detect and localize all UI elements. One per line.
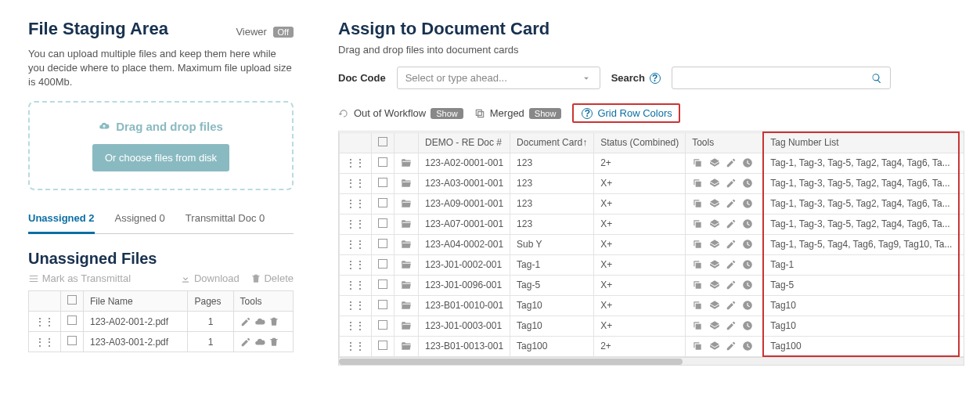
open-folder[interactable] xyxy=(395,153,419,173)
show-toggle-merged[interactable]: Show xyxy=(529,108,562,119)
show-toggle-workflow[interactable]: Show xyxy=(431,108,463,119)
copy-icon[interactable] xyxy=(692,198,703,209)
row-checkbox[interactable] xyxy=(67,336,77,345)
tab-transmittal[interactable]: Transmittal Doc 0 xyxy=(186,207,265,233)
row-checkbox[interactable] xyxy=(378,178,387,187)
tab-unassigned[interactable]: Unassigned 2 xyxy=(28,207,95,234)
cell-doccard[interactable]: 123 xyxy=(510,173,594,193)
cell-doccard[interactable]: Tag-5 xyxy=(510,275,594,295)
clock-icon[interactable] xyxy=(742,341,753,352)
cell-doccard[interactable]: 123 xyxy=(510,153,594,173)
layers-icon[interactable] xyxy=(709,259,720,270)
edit-icon[interactable] xyxy=(726,341,737,352)
merged-filter[interactable]: Merged Show xyxy=(474,107,562,119)
open-folder[interactable] xyxy=(395,295,419,315)
layers-icon[interactable] xyxy=(709,320,720,331)
doc-code-select[interactable]: Select or type ahead... xyxy=(397,67,600,89)
drag-handle[interactable]: ⋮⋮ xyxy=(340,254,372,275)
copy-icon[interactable] xyxy=(692,157,703,168)
clock-icon[interactable] xyxy=(742,178,753,189)
copy-icon[interactable] xyxy=(692,320,703,331)
copy-icon[interactable] xyxy=(692,259,703,270)
cell-doccard[interactable]: 123 xyxy=(510,214,594,234)
cloud-icon[interactable] xyxy=(254,315,265,327)
open-folder[interactable] xyxy=(395,254,419,275)
drag-handle[interactable]: ⋮⋮ xyxy=(340,295,372,315)
clock-icon[interactable] xyxy=(742,279,753,290)
row-checkbox[interactable] xyxy=(378,341,387,350)
cell-doccard[interactable]: Tag10 xyxy=(510,315,594,336)
horizontal-scrollbar[interactable] xyxy=(339,357,964,365)
open-folder[interactable] xyxy=(395,173,419,193)
drag-handle[interactable]: ⋮⋮ xyxy=(340,336,372,356)
row-checkbox[interactable] xyxy=(378,239,387,248)
layers-icon[interactable] xyxy=(709,279,720,290)
cell-doccard[interactable]: Sub Y xyxy=(510,234,594,254)
drag-handle[interactable]: ⋮⋮ xyxy=(340,173,372,193)
drag-handle[interactable]: ⋮⋮ xyxy=(340,234,372,254)
layers-icon[interactable] xyxy=(709,218,720,229)
cell-doccard[interactable]: Tag10 xyxy=(510,295,594,315)
open-folder[interactable] xyxy=(395,315,419,336)
edit-icon[interactable] xyxy=(726,320,737,331)
grid-row-colors-button[interactable]: ? Grid Row Colors xyxy=(572,103,679,123)
row-checkbox[interactable] xyxy=(378,320,387,330)
edit-icon[interactable] xyxy=(726,178,737,189)
edit-icon[interactable] xyxy=(240,315,251,327)
col-doccard[interactable]: Document Card↑ xyxy=(510,132,594,153)
copy-icon[interactable] xyxy=(692,178,703,189)
drag-handle[interactable]: ⋮⋮ xyxy=(29,332,61,352)
select-all-checkbox[interactable] xyxy=(67,295,77,305)
layers-icon[interactable] xyxy=(709,341,720,352)
help-icon[interactable]: ? xyxy=(650,73,661,84)
edit-icon[interactable] xyxy=(726,198,737,209)
edit-icon[interactable] xyxy=(726,239,737,250)
cell-doccard[interactable]: 123 xyxy=(510,193,594,214)
drag-handle[interactable]: ⋮⋮ xyxy=(340,214,372,234)
col-filename[interactable]: File Name xyxy=(84,291,188,312)
edit-icon[interactable] xyxy=(726,279,737,290)
cell-doccard[interactable]: Tag100 xyxy=(510,336,594,356)
copy-icon[interactable] xyxy=(692,279,703,290)
download-action[interactable]: Download xyxy=(180,272,239,285)
viewer-toggle[interactable]: Off xyxy=(273,27,294,38)
layers-icon[interactable] xyxy=(709,157,720,168)
clock-icon[interactable] xyxy=(742,239,753,250)
copy-icon[interactable] xyxy=(692,300,703,311)
clock-icon[interactable] xyxy=(742,198,753,209)
drag-handle[interactable]: ⋮⋮ xyxy=(340,153,372,173)
layers-icon[interactable] xyxy=(709,198,720,209)
copy-icon[interactable] xyxy=(692,239,703,250)
drag-handle[interactable]: ⋮⋮ xyxy=(340,193,372,214)
row-checkbox[interactable] xyxy=(378,218,387,228)
col-taglist[interactable]: Tag Number List xyxy=(763,132,959,153)
clock-icon[interactable] xyxy=(742,300,753,311)
copy-icon[interactable] xyxy=(692,341,703,352)
col-docnum[interactable]: DEMO - RE Doc # xyxy=(419,132,510,153)
row-checkbox[interactable] xyxy=(378,157,387,167)
choose-files-button[interactable]: Or choose files from disk xyxy=(92,144,229,171)
edit-icon[interactable] xyxy=(726,157,737,168)
row-checkbox[interactable] xyxy=(67,315,77,325)
open-folder[interactable] xyxy=(395,275,419,295)
dropzone[interactable]: Drag and drop files Or choose files from… xyxy=(28,101,294,190)
out-of-workflow-filter[interactable]: Out of Workflow Show xyxy=(338,107,463,119)
copy-icon[interactable] xyxy=(692,218,703,229)
open-folder[interactable] xyxy=(395,234,419,254)
tab-assigned[interactable]: Assigned 0 xyxy=(115,207,165,233)
grid-select-all[interactable] xyxy=(378,137,387,146)
open-folder[interactable] xyxy=(395,214,419,234)
drag-handle[interactable]: ⋮⋮ xyxy=(340,315,372,336)
trash-icon[interactable] xyxy=(268,336,279,348)
delete-action[interactable]: Delete xyxy=(250,272,294,285)
clock-icon[interactable] xyxy=(742,259,753,270)
row-checkbox[interactable] xyxy=(378,198,387,207)
cloud-icon[interactable] xyxy=(254,336,265,348)
clock-icon[interactable] xyxy=(742,218,753,229)
clock-icon[interactable] xyxy=(742,157,753,168)
layers-icon[interactable] xyxy=(709,178,720,189)
edit-icon[interactable] xyxy=(726,300,737,311)
col-code[interactable]: Code xyxy=(959,132,964,153)
layers-icon[interactable] xyxy=(709,239,720,250)
drag-handle[interactable]: ⋮⋮ xyxy=(340,275,372,295)
